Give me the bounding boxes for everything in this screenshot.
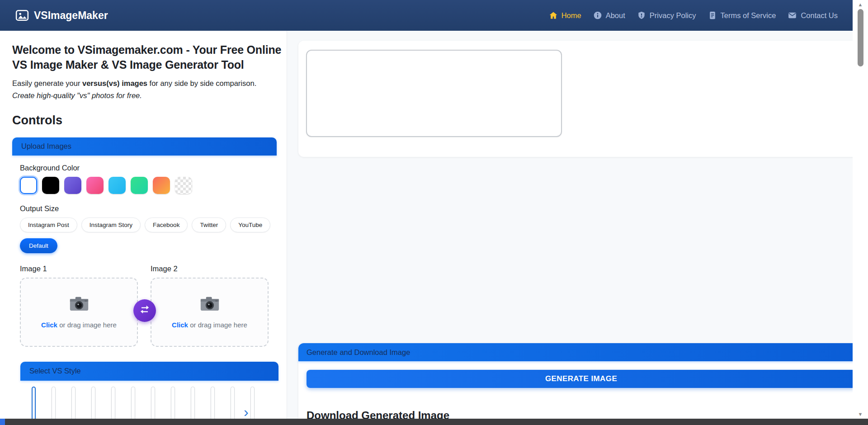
scroll-up-icon[interactable]: ▲ xyxy=(858,2,863,7)
brand-name: VSImageMaker xyxy=(34,9,108,22)
swap-images-button[interactable] xyxy=(133,299,156,322)
nav-item-contact-us[interactable]: Contact Us xyxy=(788,11,838,20)
controls-heading: Controls xyxy=(12,113,287,128)
camera-icon xyxy=(69,296,89,313)
image-logo-icon xyxy=(15,9,29,22)
info-icon xyxy=(593,11,602,20)
generate-section-header[interactable]: Generate and Download Image xyxy=(298,343,864,361)
bg-swatch-white[interactable] xyxy=(20,177,37,194)
background-color-swatches xyxy=(20,177,269,194)
size-option-twitter[interactable]: Twitter xyxy=(192,217,226,232)
bg-swatch-cyan[interactable] xyxy=(108,177,126,194)
preview-panel: Generate and Download Image GENERATE IMA… xyxy=(287,31,868,425)
bg-swatch-pink[interactable] xyxy=(86,177,104,194)
vs-style-section: Select VS Style › xyxy=(20,362,278,425)
image2-dropzone[interactable]: Click or drag image here xyxy=(151,278,269,347)
scroll-down-icon[interactable]: ▼ xyxy=(858,412,863,417)
size-option-instagram-story[interactable]: Instagram Story xyxy=(81,217,141,232)
page-intro: Easily generate your versus(vs) images f… xyxy=(12,78,287,101)
page-scrollbar: ▲ ▼ xyxy=(853,0,868,425)
output-size-options: Instagram Post Instagram Story Facebook … xyxy=(20,217,269,232)
bottom-edge-bar xyxy=(0,419,868,425)
nav-item-about[interactable]: About xyxy=(593,11,625,20)
output-size-label: Output Size xyxy=(20,204,269,213)
bg-swatch-black[interactable] xyxy=(42,177,59,194)
upload-images-section: Upload Images Background Color Output Si… xyxy=(12,137,277,349)
image2-hint: Click or drag image here xyxy=(172,321,247,329)
generate-image-button[interactable]: GENERATE IMAGE xyxy=(307,370,856,388)
image1-dropzone[interactable]: Click or drag image here xyxy=(20,278,138,347)
vs-preview-canvas xyxy=(306,50,562,137)
nav-item-home[interactable]: Home xyxy=(549,11,581,20)
styles-scroll-right-icon[interactable]: › xyxy=(244,405,249,419)
size-option-instagram-post[interactable]: Instagram Post xyxy=(20,217,77,232)
image1-label: Image 1 xyxy=(20,264,138,273)
camera-icon xyxy=(200,296,220,313)
envelope-icon xyxy=(788,11,797,20)
nav-item-privacy-policy[interactable]: Privacy Policy xyxy=(637,11,696,20)
home-icon xyxy=(549,11,558,20)
preview-card xyxy=(298,41,864,157)
vs-style-header[interactable]: Select VS Style xyxy=(20,362,278,381)
background-color-label: Background Color xyxy=(20,164,269,172)
bottom-edge-accent xyxy=(0,419,5,425)
bg-swatch-purple[interactable] xyxy=(64,177,81,194)
bg-swatch-green[interactable] xyxy=(131,177,148,194)
page-title: Welcome to VSimagemaker.com - Your Free … xyxy=(12,42,287,72)
scrollbar-thumb[interactable] xyxy=(858,9,863,66)
size-option-default-selected[interactable]: Default xyxy=(20,238,57,253)
nav-item-terms-of-service[interactable]: Terms of Service xyxy=(708,11,776,20)
image1-hint: Click or drag image here xyxy=(41,321,117,329)
shield-icon xyxy=(637,11,646,20)
controls-panel: Welcome to VSimagemaker.com - Your Free … xyxy=(0,31,287,425)
document-icon xyxy=(708,11,717,20)
bg-swatch-transparent[interactable] xyxy=(175,177,192,194)
page-intro-tagline: Create high-quality "vs" photos for free… xyxy=(12,90,287,101)
image-upload-row: Image 1 xyxy=(20,264,269,347)
swap-arrows-icon xyxy=(139,304,151,317)
upload-images-header[interactable]: Upload Images xyxy=(12,137,277,156)
bg-swatch-orange[interactable] xyxy=(153,177,170,194)
size-option-facebook[interactable]: Facebook xyxy=(145,217,188,232)
navbar: VSImageMaker Home About xyxy=(0,0,853,31)
nav-menu: Home About Privacy Policy xyxy=(549,11,838,20)
generate-section: Generate and Download Image GENERATE IMA… xyxy=(298,343,864,425)
brand-logo[interactable]: VSImageMaker xyxy=(15,9,108,22)
size-option-youtube[interactable]: YouTube xyxy=(230,217,270,232)
image2-label: Image 2 xyxy=(151,264,269,273)
